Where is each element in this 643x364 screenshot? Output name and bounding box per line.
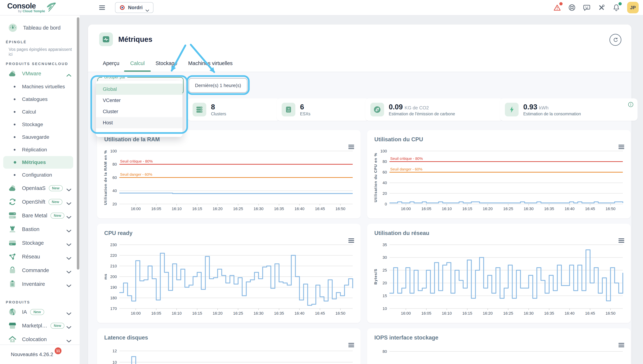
refresh-button[interactable] <box>609 34 621 46</box>
dashboard-icon <box>8 23 18 32</box>
sidebar-item-openshift[interactable]: OpenShiftNew <box>0 195 77 209</box>
sidebar-item-commande[interactable]: Commande <box>0 264 77 277</box>
svg-text:100: 100 <box>380 149 387 153</box>
menu-option-global[interactable]: Global <box>96 84 183 95</box>
svg-text:16:15: 16:15 <box>192 206 202 211</box>
svg-text:10: 10 <box>113 360 117 364</box>
info-icon[interactable] <box>628 102 634 108</box>
stat-card-estimation-de-l-emission-de-carbone: 0.09KG de CO2Estimation de l'émission de… <box>365 98 503 121</box>
chart-cpu-ready: 17018019020021022023016:0016:0516:1016:1… <box>103 241 355 321</box>
svg-text:16:20: 16:20 <box>483 311 493 316</box>
new-badge: New <box>30 309 44 315</box>
tab-calcul[interactable]: Calcul <box>130 60 145 72</box>
svg-text:80: 80 <box>113 162 117 166</box>
svg-text:16:05: 16:05 <box>421 311 431 316</box>
chart-title: IOPS interface stockage <box>374 334 438 341</box>
tools-icon[interactable] <box>597 4 605 12</box>
svg-text:16:10: 16:10 <box>172 311 182 316</box>
sidebar-item-metriques[interactable]: Métriques <box>3 156 73 169</box>
menu-toggle-icon[interactable] <box>99 4 106 11</box>
sidebar-item-label: Stockage <box>22 122 43 128</box>
svg-text:16:30: 16:30 <box>524 311 533 316</box>
svg-text:16:25: 16:25 <box>503 311 513 316</box>
svg-text:16:20: 16:20 <box>213 311 223 316</box>
clusters-icon <box>193 103 206 116</box>
avatar[interactable]: JP <box>627 2 639 13</box>
tab-stockage[interactable]: Stockage <box>155 60 177 72</box>
sidebar-item-label: Catalogues <box>22 96 48 102</box>
sidebar-item-stockage[interactable]: Stockage <box>3 118 73 131</box>
stat-value-row: 0.93kWh <box>523 103 581 111</box>
sidebar-item-bastion[interactable]: Bastion <box>0 222 77 236</box>
time-range-button[interactable]: Dernière(s) 1 heure(s) <box>189 78 247 92</box>
menu-option-host[interactable]: Host <box>96 117 183 128</box>
sidebar-item-label: OpenShift <box>22 199 45 205</box>
alert-icon[interactable] <box>553 4 561 12</box>
svg-text:16:15: 16:15 <box>462 206 472 211</box>
chevron-down-icon <box>66 324 72 327</box>
svg-text:Utilisation de la RAM en %: Utilisation de la RAM en % <box>103 150 108 205</box>
calculator-icon: -x+= <box>282 103 295 116</box>
openiaas-icon <box>8 184 17 193</box>
chart-network: 10152025303516:0016:0516:1016:1516:2016:… <box>373 241 625 321</box>
stat-value-row: 6 <box>300 103 311 111</box>
sidebar-item-replication[interactable]: Réplication <box>3 144 73 156</box>
whats-new-link[interactable]: Nouveautés 4.26.2 11 <box>0 344 80 364</box>
menu-option-vcenter[interactable]: VCenter <box>96 95 183 106</box>
metrics-panel: Métriques AperçuCalculStockageMachines v… <box>88 24 631 364</box>
stat-value-row: 8 <box>211 103 226 111</box>
svg-text:16:50: 16:50 <box>335 311 345 316</box>
sidebar-item-tableau-de-bord[interactable]: Tableau de bord <box>0 20 77 35</box>
svg-text:Seuil critique - 80%: Seuil critique - 80% <box>390 156 423 160</box>
stat-label: Estimation de la consommation <box>523 112 581 116</box>
bolt-icon <box>505 103 519 116</box>
sidebar-item-label: Réseau <box>22 254 40 260</box>
sidebar-item-inventaire[interactable]: Inventaire <box>0 277 77 291</box>
chevron-down-icon <box>146 6 149 9</box>
sidebar-item-configuration[interactable]: Configuration <box>3 169 73 181</box>
sidebar-item-marketpl[interactable]: Marketpl…New <box>0 319 77 332</box>
tab-aper-u[interactable]: Aperçu <box>103 60 119 72</box>
svg-text:16:35: 16:35 <box>544 311 554 316</box>
bell-icon[interactable] <box>612 4 620 12</box>
ia-icon <box>8 308 17 316</box>
tenant-selector[interactable]: Nordri <box>115 2 154 13</box>
sidebar-item-label: Sauvegarde <box>22 134 49 140</box>
svg-text:170: 170 <box>110 306 117 311</box>
svg-text:180: 180 <box>110 296 117 300</box>
sidebar-item-vmware[interactable]: VMware <box>0 67 77 80</box>
new-badge: New <box>49 199 62 205</box>
tab-machines-virtuelles[interactable]: Machines virtuelles <box>188 60 233 72</box>
sidebar-item-calcul[interactable]: Calcul <box>3 106 73 118</box>
menu-option-cluster[interactable]: Cluster <box>96 106 183 117</box>
svg-text:16:00: 16:00 <box>131 206 141 211</box>
logo[interactable]: Console by Cloud Temple <box>0 2 87 13</box>
svg-text:20: 20 <box>383 191 387 196</box>
sidebar-section-label: PRODUITS SECNUMCLOUD <box>0 57 77 67</box>
vmware-icon <box>8 69 17 78</box>
sidebar-item-label: Tableau de bord <box>23 25 61 31</box>
sidebar-item-label: Inventaire <box>22 281 45 287</box>
sidebar-item-openiaas[interactable]: OpenIaaSNew <box>0 181 77 195</box>
sidebar-item-reseau[interactable]: Réseau <box>0 250 77 264</box>
notification-dot <box>559 2 562 6</box>
sidebar-item-stockage[interactable]: Stockage <box>0 236 77 250</box>
whats-new-badge: 11 <box>55 348 62 354</box>
help-icon[interactable] <box>568 4 576 12</box>
sidebar-item-sauvegarde[interactable]: Sauvegarde <box>3 131 73 144</box>
sidebar-scrollbar[interactable] <box>77 17 79 270</box>
sidebar-item-machines-virtuelles[interactable]: Machines virtuelles <box>3 80 73 93</box>
chart-title: CPU ready <box>104 230 133 236</box>
feedback-icon[interactable] <box>583 4 591 12</box>
svg-text:Bytes/S: Bytes/S <box>373 269 378 284</box>
sidebar-item-ia[interactable]: IANew <box>0 305 77 319</box>
svg-text:80: 80 <box>383 349 387 354</box>
svg-text:16:30: 16:30 <box>254 311 263 316</box>
sidebar-item-colocation[interactable]: Colocation <box>0 332 77 345</box>
sidebar-section-label: PRODUITS <box>0 291 77 305</box>
sidebar-item-bare-metal[interactable]: Bare MetalNew <box>0 209 77 222</box>
sidebar-item-catalogues[interactable]: Catalogues <box>3 93 73 106</box>
colocation-icon <box>8 335 17 344</box>
svg-text:40: 40 <box>113 188 117 193</box>
chart-card-latence: Latence disques1012 <box>97 328 361 364</box>
